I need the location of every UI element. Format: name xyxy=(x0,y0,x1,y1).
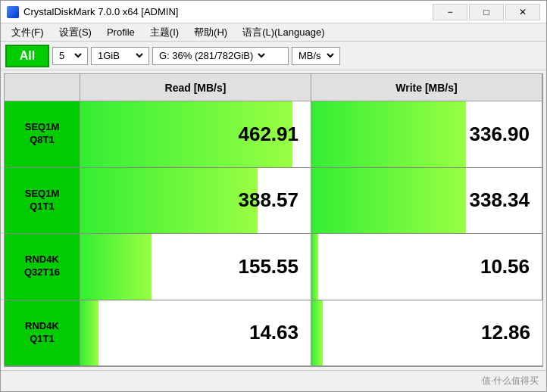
window-controls: − □ ✕ xyxy=(433,4,540,20)
write-cell-0: 336.90 xyxy=(311,101,542,168)
table-header-empty xyxy=(5,74,80,101)
size-select[interactable]: 512MiB 1GiB 2GiB 4GiB 8GiB 16GiB xyxy=(95,49,145,62)
table-header-write: Write [MB/s] xyxy=(311,74,542,101)
read-cell-0: 462.91 xyxy=(80,101,311,168)
write-value-1: 338.34 xyxy=(317,188,536,212)
read-cell-3: 14.63 xyxy=(80,300,311,367)
content-area: Read [MB/s] Write [MB/s] SEQ1MQ8T1 462.9… xyxy=(1,70,546,370)
close-button[interactable]: ✕ xyxy=(505,4,540,20)
drive-select[interactable]: G: 36% (281/782GiB) xyxy=(156,49,267,62)
menu-file[interactable]: 文件(F) xyxy=(5,24,50,41)
footer: 值·什么值得买 xyxy=(1,370,546,391)
write-value-2: 10.56 xyxy=(317,255,536,278)
menu-theme[interactable]: 主题(I) xyxy=(144,24,185,41)
row-label-0: SEQ1MQ8T1 xyxy=(5,101,80,168)
menu-profile[interactable]: Profile xyxy=(101,25,141,39)
all-button[interactable]: All xyxy=(5,45,49,67)
write-value-3: 12.86 xyxy=(317,321,536,344)
read-cell-2: 155.55 xyxy=(80,234,311,300)
drive-dropdown[interactable]: G: 36% (281/782GiB) xyxy=(152,47,289,65)
read-value-2: 155.55 xyxy=(86,255,305,278)
main-window: CrystalDiskMark 7.0.0 x64 [ADMIN] − □ ✕ … xyxy=(0,0,547,392)
read-value-3: 14.63 xyxy=(86,321,305,344)
read-value-1: 388.57 xyxy=(86,188,305,212)
watermark-text: 值·什么值得买 xyxy=(482,375,539,387)
read-cell-1: 388.57 xyxy=(80,168,311,235)
minimize-button[interactable]: − xyxy=(433,4,467,20)
title-bar: CrystalDiskMark 7.0.0 x64 [ADMIN] − □ ✕ xyxy=(1,1,546,23)
menu-bar: 文件(F) 设置(S) Profile 主题(I) 帮助(H) 语言(L)(La… xyxy=(1,23,546,42)
write-cell-3: 12.86 xyxy=(311,300,542,367)
loop-select[interactable]: 1 3 5 10 xyxy=(56,49,84,62)
toolbar: All 1 3 5 10 512MiB 1GiB 2GiB 4GiB 8GiB … xyxy=(1,42,546,70)
row-label-2: RND4KQ32T16 xyxy=(5,234,80,300)
row-label-1: SEQ1MQ1T1 xyxy=(5,168,80,235)
write-cell-2: 10.56 xyxy=(311,234,542,300)
menu-help[interactable]: 帮助(H) xyxy=(188,24,233,41)
maximize-button[interactable]: □ xyxy=(469,4,504,20)
read-value-0: 462.91 xyxy=(86,123,305,146)
app-icon xyxy=(7,6,19,18)
write-value-0: 336.90 xyxy=(317,123,536,146)
benchmark-table: Read [MB/s] Write [MB/s] SEQ1MQ8T1 462.9… xyxy=(4,73,543,367)
size-dropdown[interactable]: 512MiB 1GiB 2GiB 4GiB 8GiB 16GiB xyxy=(91,47,149,65)
unit-dropdown[interactable]: MB/s GB/s IOPS μs xyxy=(292,47,340,65)
table-header-read: Read [MB/s] xyxy=(80,74,311,101)
unit-select[interactable]: MB/s GB/s IOPS μs xyxy=(295,49,336,62)
loop-dropdown[interactable]: 1 3 5 10 xyxy=(52,47,88,65)
row-label-3: RND4KQ1T1 xyxy=(5,300,80,367)
menu-settings[interactable]: 设置(S) xyxy=(53,24,98,41)
window-title: CrystalDiskMark 7.0.0 x64 [ADMIN] xyxy=(23,6,433,17)
menu-language[interactable]: 语言(L)(Language) xyxy=(236,24,330,41)
write-cell-1: 338.34 xyxy=(311,168,542,235)
